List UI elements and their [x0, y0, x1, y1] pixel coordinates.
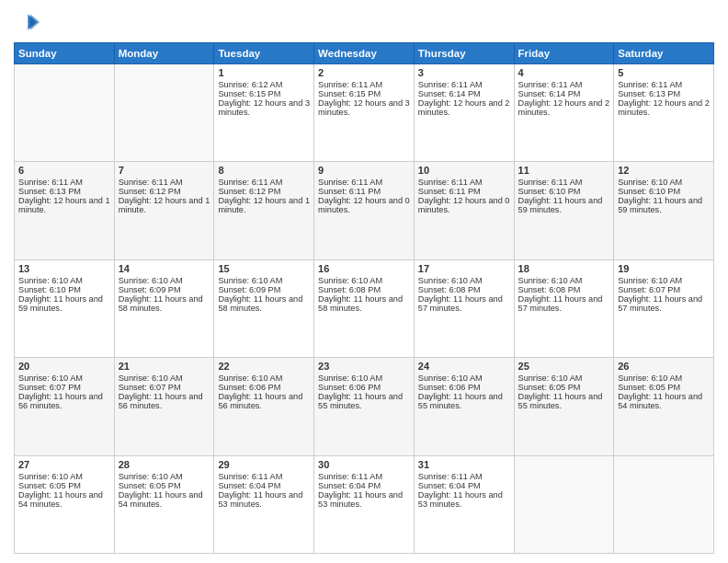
- sunset-text: Sunset: 6:10 PM: [18, 285, 81, 294]
- daylight-text: Daylight: 11 hours and 54 minutes.: [18, 490, 103, 509]
- day-number: 18: [518, 263, 610, 274]
- day-number: 15: [218, 263, 310, 274]
- sunrise-text: Sunrise: 6:11 AM: [318, 80, 382, 89]
- calendar-cell: 18Sunrise: 6:10 AMSunset: 6:08 PMDayligh…: [514, 259, 614, 357]
- day-number: 26: [618, 361, 710, 372]
- calendar-cell: 26Sunrise: 6:10 AMSunset: 6:05 PMDayligh…: [614, 358, 714, 455]
- sunrise-text: Sunrise: 6:11 AM: [18, 178, 83, 187]
- sunset-text: Sunset: 6:05 PM: [119, 481, 181, 490]
- day-number: 10: [418, 165, 510, 176]
- daylight-text: Daylight: 12 hours and 1 minute.: [218, 196, 310, 214]
- sunset-text: Sunset: 6:06 PM: [318, 383, 381, 392]
- day-number: 28: [119, 459, 210, 470]
- sunrise-text: Sunrise: 6:10 AM: [119, 472, 183, 481]
- sunset-text: Sunset: 6:07 PM: [119, 383, 181, 392]
- day-number: 14: [119, 263, 210, 274]
- calendar-cell: [514, 455, 614, 553]
- sunset-text: Sunset: 6:08 PM: [418, 285, 481, 294]
- sunset-text: Sunset: 6:09 PM: [119, 285, 181, 294]
- calendar-cell: 17Sunrise: 6:10 AMSunset: 6:08 PMDayligh…: [414, 259, 514, 357]
- sunset-text: Sunset: 6:04 PM: [318, 481, 381, 490]
- sunrise-text: Sunrise: 6:10 AM: [119, 276, 183, 285]
- calendar-cell: 13Sunrise: 6:10 AMSunset: 6:10 PMDayligh…: [15, 259, 115, 357]
- day-number: 12: [618, 165, 710, 176]
- col-header-thursday: Thursday: [414, 43, 514, 64]
- calendar-cell: 16Sunrise: 6:10 AMSunset: 6:08 PMDayligh…: [314, 259, 415, 357]
- daylight-text: Daylight: 12 hours and 2 minutes.: [618, 98, 710, 117]
- daylight-text: Daylight: 12 hours and 0 minutes.: [418, 196, 510, 214]
- sunset-text: Sunset: 6:06 PM: [418, 383, 481, 392]
- daylight-text: Daylight: 12 hours and 0 minutes.: [318, 196, 410, 214]
- day-number: 27: [18, 459, 110, 470]
- sunset-text: Sunset: 6:10 PM: [518, 187, 581, 196]
- calendar-cell: [614, 455, 714, 553]
- daylight-text: Daylight: 11 hours and 55 minutes.: [418, 392, 503, 410]
- calendar-cell: 28Sunrise: 6:10 AMSunset: 6:05 PMDayligh…: [114, 455, 214, 553]
- calendar-cell: 19Sunrise: 6:10 AMSunset: 6:07 PMDayligh…: [614, 259, 714, 357]
- daylight-text: Daylight: 11 hours and 57 minutes.: [618, 294, 702, 313]
- sunrise-text: Sunrise: 6:11 AM: [218, 472, 282, 481]
- daylight-text: Daylight: 11 hours and 57 minutes.: [418, 294, 503, 313]
- sunrise-text: Sunrise: 6:10 AM: [518, 276, 583, 285]
- sunrise-text: Sunrise: 6:10 AM: [18, 472, 83, 481]
- sunset-text: Sunset: 6:13 PM: [18, 187, 81, 196]
- sunrise-text: Sunrise: 6:11 AM: [618, 80, 682, 89]
- col-header-saturday: Saturday: [614, 43, 714, 64]
- day-number: 31: [418, 459, 510, 470]
- calendar-cell: 23Sunrise: 6:10 AMSunset: 6:06 PMDayligh…: [314, 358, 415, 455]
- day-number: 7: [119, 165, 210, 176]
- calendar-cell: 10Sunrise: 6:11 AMSunset: 6:11 PMDayligh…: [414, 162, 514, 259]
- logo-icon: [14, 9, 40, 35]
- day-number: 24: [418, 361, 510, 372]
- sunset-text: Sunset: 6:05 PM: [518, 383, 581, 392]
- calendar-cell: [114, 64, 214, 162]
- sunrise-text: Sunrise: 6:10 AM: [418, 373, 483, 383]
- daylight-text: Daylight: 11 hours and 58 minutes.: [218, 294, 302, 313]
- sunset-text: Sunset: 6:09 PM: [218, 285, 280, 294]
- header: [14, 9, 714, 35]
- sunset-text: Sunset: 6:12 PM: [218, 187, 280, 196]
- sunset-text: Sunset: 6:07 PM: [618, 285, 680, 294]
- day-number: 20: [18, 361, 110, 372]
- calendar-cell: 2Sunrise: 6:11 AMSunset: 6:15 PMDaylight…: [314, 64, 415, 162]
- col-header-wednesday: Wednesday: [314, 43, 415, 64]
- sunset-text: Sunset: 6:06 PM: [218, 383, 280, 392]
- calendar-cell: 25Sunrise: 6:10 AMSunset: 6:05 PMDayligh…: [514, 358, 614, 455]
- col-header-monday: Monday: [114, 43, 214, 64]
- sunset-text: Sunset: 6:12 PM: [119, 187, 181, 196]
- sunset-text: Sunset: 6:13 PM: [618, 89, 680, 98]
- svg-marker-1: [30, 15, 40, 30]
- calendar-cell: 30Sunrise: 6:11 AMSunset: 6:04 PMDayligh…: [314, 455, 415, 553]
- daylight-text: Daylight: 11 hours and 58 minutes.: [119, 294, 203, 313]
- sunrise-text: Sunrise: 6:10 AM: [618, 276, 682, 285]
- daylight-text: Daylight: 11 hours and 59 minutes.: [618, 196, 702, 214]
- sunrise-text: Sunrise: 6:11 AM: [318, 472, 382, 481]
- daylight-text: Daylight: 11 hours and 55 minutes.: [518, 392, 603, 410]
- sunrise-text: Sunrise: 6:10 AM: [518, 373, 583, 383]
- col-header-friday: Friday: [514, 43, 614, 64]
- daylight-text: Daylight: 12 hours and 2 minutes.: [518, 98, 610, 117]
- sunset-text: Sunset: 6:05 PM: [18, 481, 81, 490]
- day-number: 16: [318, 263, 410, 274]
- calendar-cell: 6Sunrise: 6:11 AMSunset: 6:13 PMDaylight…: [15, 162, 115, 259]
- sunset-text: Sunset: 6:08 PM: [318, 285, 381, 294]
- day-number: 3: [418, 67, 510, 78]
- day-number: 8: [218, 165, 310, 176]
- daylight-text: Daylight: 11 hours and 59 minutes.: [18, 294, 103, 313]
- day-number: 22: [218, 361, 310, 372]
- calendar-cell: 20Sunrise: 6:10 AMSunset: 6:07 PMDayligh…: [15, 358, 115, 455]
- sunrise-text: Sunrise: 6:12 AM: [218, 80, 282, 89]
- sunrise-text: Sunrise: 6:11 AM: [218, 178, 282, 187]
- calendar-cell: 12Sunrise: 6:10 AMSunset: 6:10 PMDayligh…: [614, 162, 714, 259]
- sunrise-text: Sunrise: 6:10 AM: [119, 373, 183, 383]
- logo: [14, 9, 43, 35]
- sunset-text: Sunset: 6:15 PM: [318, 89, 381, 98]
- sunrise-text: Sunrise: 6:10 AM: [318, 276, 382, 285]
- sunrise-text: Sunrise: 6:11 AM: [518, 80, 583, 89]
- sunset-text: Sunset: 6:10 PM: [618, 187, 680, 196]
- day-number: 29: [218, 459, 310, 470]
- calendar-cell: 24Sunrise: 6:10 AMSunset: 6:06 PMDayligh…: [414, 358, 514, 455]
- day-number: 1: [218, 67, 310, 78]
- calendar-cell: 7Sunrise: 6:11 AMSunset: 6:12 PMDaylight…: [114, 162, 214, 259]
- calendar-cell: [15, 64, 115, 162]
